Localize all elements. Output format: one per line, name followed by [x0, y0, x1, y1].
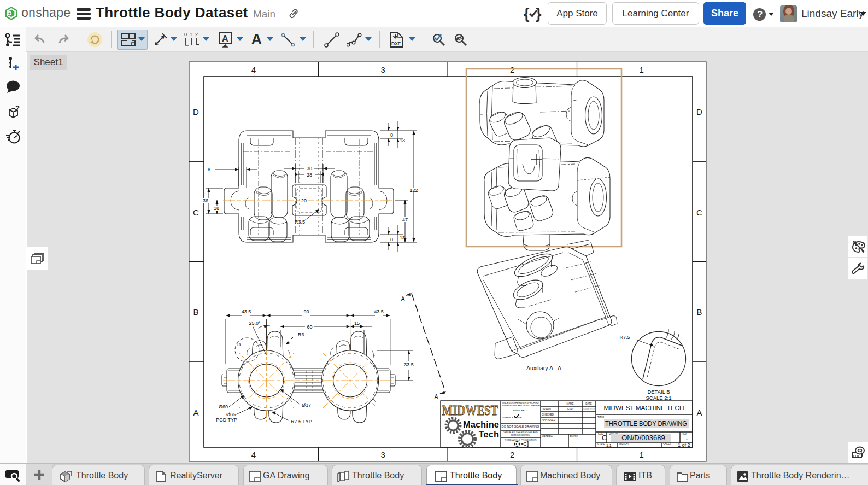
svg-text:?: ?	[15, 104, 20, 112]
svg-text:A: A	[222, 34, 228, 43]
svg-text:0: 0	[184, 32, 187, 37]
svg-text:}: }	[536, 5, 542, 22]
svg-text:1: 1	[190, 32, 192, 37]
svg-text:DXF: DXF	[391, 41, 401, 46]
svg-text:2: 2	[195, 32, 198, 37]
svg-text:{: {	[524, 5, 530, 22]
